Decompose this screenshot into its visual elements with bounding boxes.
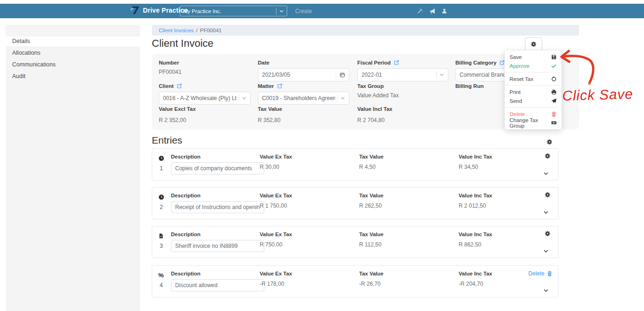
tax-value: R 4,50	[359, 164, 383, 170]
entry-card: 3 Description Value Ex Tax R 750,00 Tax …	[152, 226, 559, 258]
description-input[interactable]	[171, 162, 264, 174]
chevron-down-icon	[242, 96, 247, 101]
value-ex-tax: R 30,00	[260, 164, 292, 170]
client-value: 0016 - A-Z Wholesale (Pty) Ltd	[163, 95, 237, 101]
user-icon[interactable]	[441, 8, 447, 14]
chevron-down-icon[interactable]	[543, 248, 549, 254]
breadcrumb-current: PF00041	[200, 28, 222, 33]
value-incl-tax-value: R 2 704,80	[357, 117, 451, 123]
tax-group-value: Value Added Tax	[357, 92, 451, 99]
date-input-field[interactable]	[262, 72, 333, 78]
value-excl-tax-label: Value Excl Tax	[159, 106, 252, 112]
edit-link-icon[interactable]	[177, 83, 182, 89]
trash-icon	[551, 111, 557, 117]
entry-card: 1 Description Value Ex Tax R 30,00 Tax V…	[152, 148, 559, 181]
billing-category-label: Billing Category	[455, 60, 496, 65]
tax-value-value: R 352,80	[258, 117, 351, 123]
entry-number: 4	[158, 282, 168, 289]
menu-divider	[505, 107, 561, 108]
percent-icon: %	[158, 272, 164, 279]
tools-icon[interactable]	[417, 8, 423, 14]
gear-icon	[531, 41, 537, 47]
tax-value-label: Tax Value	[258, 106, 351, 112]
matter-value: C0019 - Shareholders Agreement: A...	[262, 95, 335, 101]
chevron-down-icon[interactable]	[543, 171, 549, 176]
column-label-value-ex-tax: Value Ex Tax	[260, 271, 292, 276]
brand: Drive Practice	[130, 6, 188, 15]
entries-settings-gear-icon[interactable]	[546, 139, 552, 145]
tax-value: R 112,50	[359, 241, 383, 248]
value-ex-tax: R 750,00	[260, 241, 292, 248]
value-inc-tax: R 34,50	[459, 164, 492, 170]
column-label-tax-value: Tax Value	[359, 231, 383, 237]
tax-value: R 262,50	[359, 203, 383, 209]
sidebar-item-details[interactable]: Details	[6, 36, 140, 46]
file-invoice-icon	[158, 233, 164, 239]
sidebar-item-allocations[interactable]: Allocations	[6, 48, 140, 58]
entry-number: 3	[158, 243, 168, 249]
top-navbar: Drive Practice My Practice Inc. Create	[0, 4, 644, 18]
value-inc-tax: R 862,50	[459, 241, 492, 248]
chevron-down-icon[interactable]	[543, 288, 549, 293]
select-divider	[239, 94, 239, 102]
chevron-down-icon	[340, 96, 345, 101]
menu-item-save[interactable]: Save	[505, 52, 561, 61]
practice-select-value: My Practice Inc.	[183, 8, 276, 14]
client-label: Client	[159, 83, 174, 89]
fiscal-period-value: 2022-01	[361, 72, 434, 78]
clock-icon	[158, 194, 164, 200]
chevron-down-icon	[279, 9, 284, 14]
menu-item-send[interactable]: Send	[505, 96, 561, 105]
column-label-description: Description	[171, 231, 264, 237]
save-icon	[551, 54, 557, 60]
description-input[interactable]	[171, 240, 264, 252]
number-label: Number	[159, 60, 252, 65]
entry-delete-button[interactable]: Delete	[528, 270, 552, 277]
column-label-tax-value: Tax Value	[359, 271, 383, 276]
megaphone-icon[interactable]	[429, 8, 435, 14]
tax-value: -R 26,70	[359, 281, 383, 287]
date-input[interactable]	[258, 68, 349, 81]
menu-item-reset-tax[interactable]: Reset Tax	[505, 74, 561, 83]
entries-title: Entries	[152, 135, 182, 146]
description-input[interactable]	[171, 201, 264, 213]
fiscal-period-label: Fiscal Period	[357, 60, 391, 65]
value-excl-tax-value: R 2 352,00	[159, 117, 252, 123]
sidebar-item-audit[interactable]: Audit	[6, 72, 140, 81]
fiscal-period-select[interactable]: 2022-01	[357, 68, 448, 81]
invoice-settings-button[interactable]	[525, 37, 542, 51]
column-label-description: Description	[171, 271, 264, 276]
breadcrumb-link[interactable]: Client Invoices	[159, 28, 194, 33]
matter-select[interactable]: C0019 - Shareholders Agreement: A...	[258, 92, 349, 105]
edit-link-icon[interactable]	[394, 60, 399, 65]
sidebar-item-communications[interactable]: Communications	[6, 60, 140, 70]
column-label-value-ex-tax: Value Ex Tax	[260, 231, 292, 237]
column-label-tax-value: Tax Value	[359, 193, 383, 198]
page-title: Client Invoice	[152, 37, 213, 50]
client-select[interactable]: 0016 - A-Z Wholesale (Pty) Ltd	[159, 92, 251, 105]
create-menu-item[interactable]: Create	[295, 8, 312, 14]
tax-group-label: Tax Group	[357, 83, 451, 89]
breadcrumb: Client Invoices / PF00041	[152, 25, 579, 36]
entry-settings-gear-icon[interactable]	[545, 231, 551, 237]
column-label-tax-value: Tax Value	[359, 154, 383, 159]
description-input[interactable]	[171, 279, 264, 291]
menu-item-print[interactable]: Print	[505, 87, 561, 96]
number-value: PF00041	[159, 69, 252, 75]
calendar-icon[interactable]	[336, 72, 345, 78]
chevron-down-icon[interactable]	[543, 210, 549, 215]
menu-item-approve[interactable]: Approve	[505, 61, 561, 70]
value-inc-tax: -R 204,70	[459, 281, 492, 287]
entry-settings-gear-icon[interactable]	[545, 153, 551, 159]
value-ex-tax: -R 178,00	[260, 281, 292, 287]
column-label-value-inc-tax: Value Inc Tax	[459, 193, 492, 198]
banknote-icon	[551, 120, 557, 126]
column-label-description: Description	[171, 154, 264, 159]
entry-settings-gear-icon[interactable]	[545, 192, 551, 198]
date-label: Date	[258, 60, 351, 65]
select-divider	[436, 71, 437, 79]
edit-link-icon[interactable]	[277, 83, 283, 89]
matter-label: Matter	[258, 83, 274, 89]
menu-item-change-tax-group[interactable]: Change Tax Group	[505, 118, 561, 127]
practice-select[interactable]: My Practice Inc.	[180, 6, 287, 16]
